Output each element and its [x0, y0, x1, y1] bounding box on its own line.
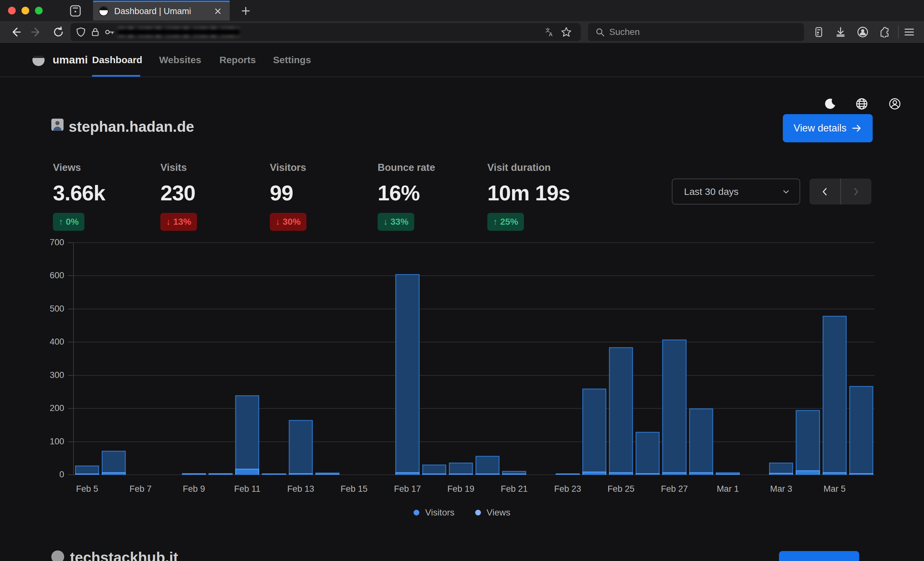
views-bar — [823, 316, 847, 475]
x-tick-label: Mar 3 — [752, 484, 810, 494]
profile-icon[interactable] — [888, 97, 902, 111]
x-tick-label: Feb 19 — [432, 484, 490, 494]
visitors-bar — [182, 473, 206, 475]
brand-name: umami — [52, 54, 88, 66]
metric-value: 99 — [270, 181, 372, 205]
views-bar — [609, 347, 633, 475]
views-bar — [636, 432, 660, 475]
visitors-bar — [289, 473, 313, 475]
key-icon[interactable] — [104, 27, 115, 37]
metric-label: Visits — [160, 162, 263, 174]
x-tick-label: Feb 21 — [485, 484, 543, 494]
brand[interactable]: umami — [32, 52, 88, 67]
visitors-bar — [849, 473, 873, 475]
zoom-window-button[interactable] — [35, 7, 43, 14]
chart-plot — [74, 243, 874, 475]
lock-icon[interactable] — [90, 27, 100, 37]
prev-period-button[interactable] — [810, 178, 840, 205]
chart-legend: Visitors Views — [0, 507, 924, 518]
view-details-button[interactable]: View details — [783, 114, 873, 142]
metric-bounce-rate: Bounce rate 16% ↓33% — [378, 162, 480, 231]
password-manager-icon[interactable] — [812, 25, 826, 39]
view-details-label: View details — [793, 560, 846, 561]
minimize-window-button[interactable] — [21, 7, 29, 14]
next-period-button[interactable] — [841, 178, 872, 205]
y-tick-label: 700 — [39, 238, 64, 247]
browser-toolbar: 文A Suchen — [0, 21, 924, 43]
metric-label: Visit duration — [488, 162, 590, 174]
metric-value: 3.66k — [53, 181, 156, 205]
metric-visit-duration: Visit duration 10m 19s ↑25% — [488, 162, 590, 231]
metric-views: Views 3.66k ↑0% — [53, 162, 156, 231]
date-range-label: Last 30 days — [684, 186, 738, 197]
legend-item-visitors[interactable]: Visitors — [414, 507, 454, 518]
visitors-dot-icon — [414, 510, 419, 516]
toolbar-divider — [898, 25, 898, 39]
shield-icon[interactable] — [76, 27, 86, 37]
metric-visitors: Visitors 99 ↓30% — [270, 162, 372, 231]
visitors-bar — [609, 472, 633, 475]
y-tick-label: 500 — [39, 304, 64, 314]
translate-icon[interactable]: 文A — [544, 27, 555, 37]
arrow-down-icon: ↓ — [383, 217, 388, 227]
forward-button[interactable] — [30, 25, 44, 39]
y-tick — [68, 474, 73, 475]
visitors-bar — [262, 473, 286, 475]
x-tick-label: Feb 5 — [58, 484, 116, 494]
metric-change-badge: ↓33% — [378, 213, 414, 231]
tab-close-icon[interactable] — [213, 6, 223, 16]
arrow-up-icon: ↑ — [493, 217, 498, 227]
visitors-bar — [823, 472, 847, 475]
nav-item-dashboard[interactable]: Dashboard — [92, 54, 142, 66]
y-tick-label: 100 — [39, 437, 64, 447]
arrow-up-icon: ↑ — [59, 217, 63, 227]
language-globe-icon[interactable] — [855, 97, 869, 111]
nav-item-websites[interactable]: Websites — [159, 54, 201, 66]
y-tick-label: 200 — [39, 403, 64, 413]
arrow-down-icon: ↓ — [166, 217, 171, 227]
views-dot-icon — [475, 510, 481, 516]
website-title-clipped[interactable]: techstackhub.it — [70, 549, 178, 561]
extensions-icon[interactable] — [878, 25, 892, 39]
views-bar — [476, 456, 500, 475]
bookmark-star-icon[interactable] — [561, 27, 572, 37]
search-placeholder: Suchen — [609, 27, 640, 37]
y-tick — [68, 242, 73, 243]
metric-visits: Visits 230 ↓13% — [160, 162, 263, 231]
visitors-bar — [582, 471, 606, 475]
arrow-right-icon — [852, 123, 862, 133]
x-tick-label: Mar 1 — [699, 484, 756, 494]
visitors-bar — [395, 472, 419, 475]
legend-item-views[interactable]: Views — [475, 507, 510, 518]
x-tick-label: Feb 27 — [645, 484, 703, 494]
y-tick-label: 400 — [39, 337, 64, 347]
nav-item-settings[interactable]: Settings — [273, 54, 311, 66]
visitors-bar — [208, 473, 232, 475]
new-tab-button[interactable] — [240, 5, 252, 16]
svg-text:A: A — [549, 32, 552, 37]
browser-tab[interactable]: Dashboard | Umami — [93, 2, 230, 21]
reload-button[interactable] — [51, 25, 66, 39]
view-details-button[interactable]: View details — [779, 551, 859, 561]
back-button[interactable] — [8, 25, 22, 39]
url-bar[interactable]: 文A — [70, 23, 581, 41]
website-favicon — [51, 119, 63, 131]
nav-item-reports[interactable]: Reports — [219, 54, 256, 66]
y-tick — [68, 441, 73, 442]
website-favicon — [51, 551, 64, 561]
x-tick-label: Mar 5 — [806, 484, 863, 494]
date-pager — [810, 178, 872, 205]
metric-label: Views — [53, 162, 156, 174]
app-header: umami Dashboard Websites Reports Setting… — [0, 43, 924, 77]
masked-url-text — [118, 27, 240, 37]
search-input[interactable]: Suchen — [588, 23, 804, 41]
menu-hamburger-icon[interactable] — [902, 25, 916, 39]
theme-toggle-moon-icon[interactable] — [823, 97, 837, 111]
views-bar — [582, 389, 606, 475]
account-icon[interactable] — [856, 25, 870, 39]
tab-manager-icon[interactable] — [69, 4, 82, 17]
close-window-button[interactable] — [8, 7, 16, 14]
date-range-dropdown[interactable]: Last 30 days — [672, 178, 800, 205]
downloads-icon[interactable] — [834, 25, 848, 39]
website-title[interactable]: stephan.hadan.de — [69, 118, 194, 135]
